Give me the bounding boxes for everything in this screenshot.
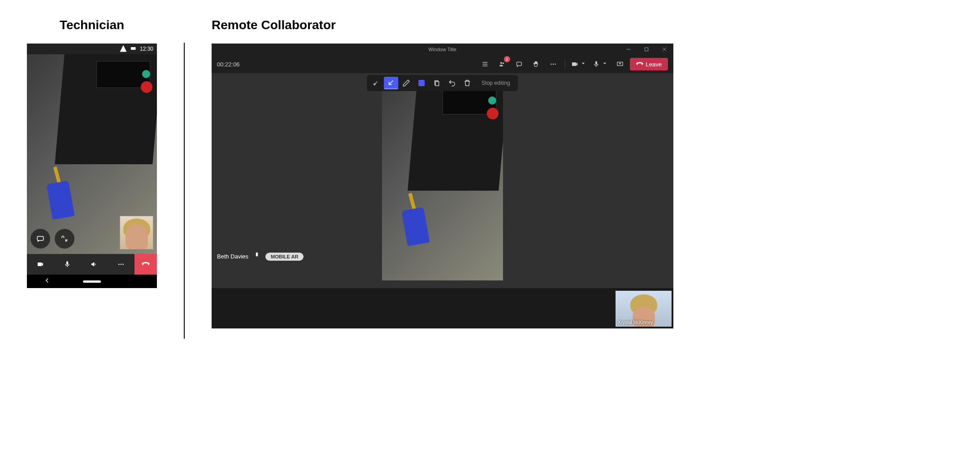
svg-point-13 [503,62,504,64]
chevron-down-icon [580,60,587,69]
phone-navbar [27,275,157,288]
pen-tool-button[interactable] [399,77,413,89]
roster-button[interactable] [478,57,492,71]
phone-statusbar: 12:30 [27,44,157,54]
mic-toggle-button[interactable] [54,254,81,275]
raise-hand-button[interactable] [529,57,543,71]
svg-point-3 [121,264,122,265]
call-toolbar: 00:22:06 2 [212,55,673,73]
camera-button[interactable] [570,57,589,71]
technician-label: Technician [60,18,124,32]
chat-button[interactable] [30,229,50,249]
svg-point-4 [122,264,124,265]
copy-tool-button[interactable] [429,77,444,89]
color-picker-button[interactable] [414,77,429,89]
leave-button[interactable]: Leave [630,58,668,70]
nav-back-icon[interactable] [43,276,51,286]
battery-icon [130,44,138,54]
section-divider [184,43,185,339]
svg-point-16 [552,64,554,65]
phone-clock: 12:30 [140,46,153,52]
svg-rect-0 [131,47,136,50]
cursor-tool-button[interactable] [369,77,383,89]
leave-label: Leave [646,61,662,68]
delete-button[interactable] [460,77,474,89]
end-call-button[interactable] [134,254,157,275]
svg-rect-1 [37,236,43,241]
microphone-button[interactable] [591,57,610,71]
pip-name-label: Krystal McKinney [618,320,653,325]
svg-line-20 [375,82,377,84]
svg-point-15 [551,64,552,65]
maximize-button[interactable] [637,44,655,55]
share-screen-button[interactable] [613,57,627,71]
svg-rect-6 [645,48,648,51]
signal-icon [119,44,127,54]
phone-device: 12:30 [27,44,157,288]
svg-rect-14 [516,62,521,66]
window-titlebar: Window Title [212,44,673,55]
minimize-button[interactable] [620,44,637,55]
video-stage: Stop editing Beth Davies MOBILE AR [212,73,673,288]
participants-badge: 2 [504,56,510,62]
chevron-down-icon [601,60,608,69]
people-button[interactable]: 2 [495,57,509,71]
annotation-toolbar: Stop editing [367,75,518,91]
teams-window: Window Title 00:22:06 [212,44,673,328]
caller-info: Beth Davies MOBILE AR [217,252,304,261]
caller-name: Beth Davies [217,253,248,260]
call-duration: 00:22:06 [217,61,240,68]
shared-camera-feed[interactable] [382,81,503,280]
undo-button[interactable] [445,77,459,89]
window-title: Window Title [429,47,456,52]
nav-home-icon[interactable] [83,280,101,283]
svg-rect-21 [435,82,439,86]
phone-callbar [27,254,157,275]
svg-point-12 [500,62,502,64]
more-options-button[interactable] [108,254,134,275]
stop-editing-button[interactable]: Stop editing [475,80,516,86]
phone-self-view[interactable] [120,216,153,249]
phone-camera-feed[interactable] [27,54,157,254]
close-button[interactable] [655,44,673,55]
arrow-tool-button[interactable] [384,77,398,89]
svg-point-17 [555,64,556,65]
bottom-strip [212,288,673,328]
chat-panel-button[interactable] [512,57,526,71]
svg-point-2 [118,264,120,265]
more-actions-button[interactable] [546,57,560,71]
caller-mic-icon [253,252,261,261]
collaborator-label: Remote Collaborator [212,18,673,32]
video-toggle-button[interactable] [27,254,54,275]
mobile-ar-badge: MOBILE AR [265,253,304,261]
self-view-pip[interactable]: Krystal McKinney [616,291,672,327]
speaker-button[interactable] [81,254,108,275]
annotate-button[interactable] [55,229,74,249]
svg-point-19 [374,84,375,85]
